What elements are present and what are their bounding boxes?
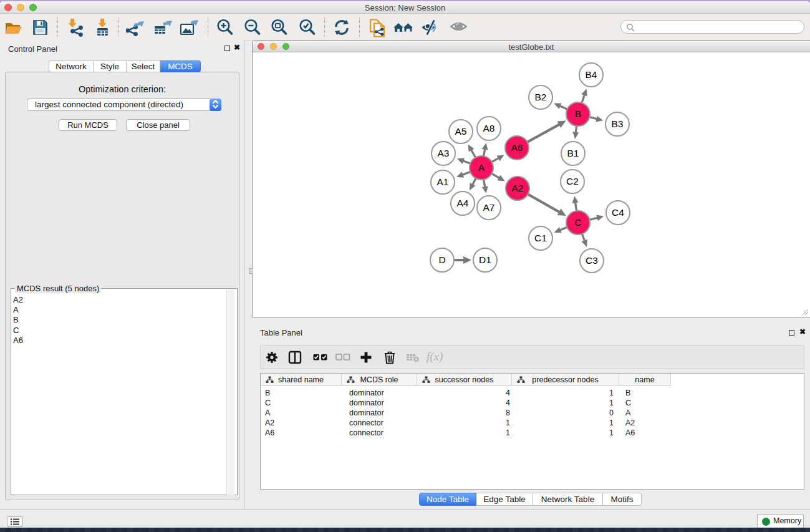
svg-text:C: C [574,217,581,228]
svg-text:A4: A4 [457,198,469,208]
svg-text:A2: A2 [512,183,524,193]
svg-text:C2: C2 [566,176,579,186]
svg-text:C4: C4 [612,207,624,218]
svg-text:A3: A3 [438,148,450,158]
svg-text:A1: A1 [437,177,449,187]
svg-text:A8: A8 [483,123,495,133]
svg-text:A6: A6 [511,142,523,153]
svg-text:B2: B2 [535,92,547,102]
svg-text:D: D [438,254,445,265]
svg-text:B3: B3 [612,118,624,129]
svg-text:A: A [478,162,485,173]
svg-text:B1: B1 [567,148,579,158]
svg-text:C1: C1 [534,233,547,243]
svg-text:C3: C3 [586,255,598,266]
svg-text:A7: A7 [483,202,495,213]
svg-text:B: B [575,109,581,119]
svg-text:A5: A5 [455,126,467,137]
svg-text:D1: D1 [479,254,491,265]
svg-text:B4: B4 [586,69,597,80]
